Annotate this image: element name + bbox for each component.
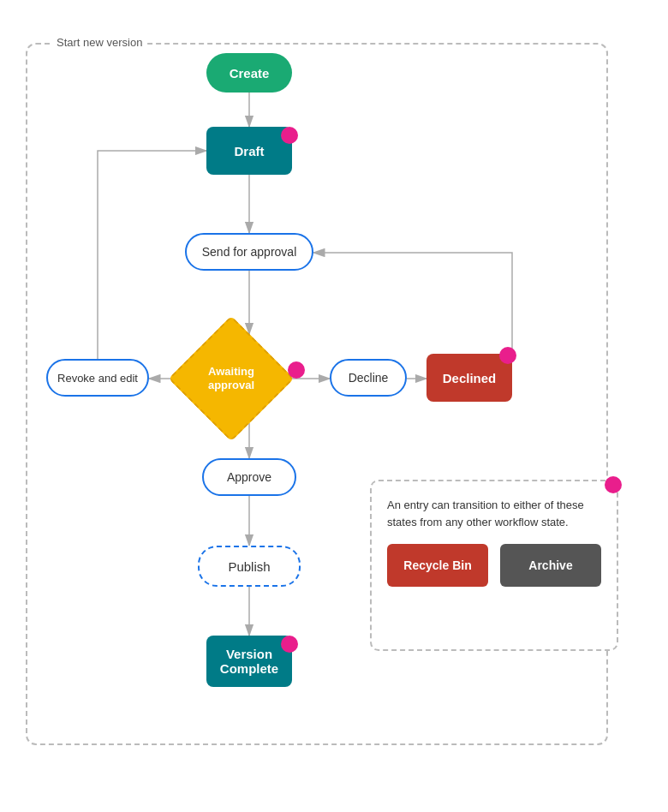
send-approval-node: Send for approval (185, 233, 313, 271)
create-node: Create (206, 53, 292, 93)
revoke-edit-node: Revoke and edit (46, 359, 149, 397)
info-box: An entry can transition to either of the… (370, 480, 618, 651)
dot-draft (281, 127, 298, 144)
decline-node: Decline (330, 359, 407, 397)
info-buttons: Recycle Bin Archive (387, 544, 601, 587)
diamond-label: Awaiting approval (187, 334, 276, 423)
diagram-container: Start new version (0, 0, 668, 812)
awaiting-approval-diamond: Awaiting approval (187, 334, 276, 423)
dot-info (605, 476, 622, 493)
publish-node: Publish (198, 546, 301, 587)
version-complete-node: Version Complete (206, 636, 292, 687)
draft-node: Draft (206, 127, 292, 175)
archive-button[interactable]: Archive (500, 544, 601, 587)
dot-awaiting (288, 361, 305, 379)
recycle-bin-button[interactable]: Recycle Bin (387, 544, 488, 587)
approve-node: Approve (202, 458, 296, 496)
start-label: Start new version (51, 36, 147, 49)
dot-declined (499, 347, 516, 364)
info-text: An entry can transition to either of the… (387, 497, 601, 530)
dot-version (281, 636, 298, 653)
declined-node: Declined (426, 354, 512, 402)
